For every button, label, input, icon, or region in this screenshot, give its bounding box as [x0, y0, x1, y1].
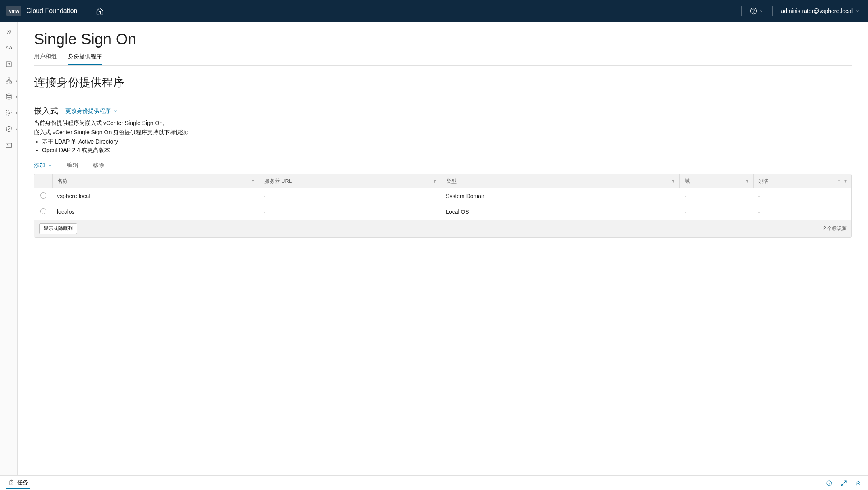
row-select-radio[interactable]	[40, 192, 46, 199]
sort-asc-icon[interactable]	[837, 179, 841, 183]
edit-button[interactable]: 编辑	[67, 162, 78, 169]
svg-point-9	[8, 112, 10, 114]
identity-sources-table: 名称 服务器 URL	[34, 174, 852, 238]
app-body: Single Sign On 用户和组 身份提供程序 连接身份提供程序 嵌入式 …	[0, 22, 868, 475]
sidebar-item-security[interactable]	[5, 125, 13, 133]
cell-type: System Domain	[441, 188, 679, 204]
tab-users-groups[interactable]: 用户和组	[34, 50, 57, 65]
row-count-label: 2 个标识源	[823, 225, 847, 232]
sidebar-item-storage[interactable]	[5, 93, 13, 100]
sidebar-item-dashboard[interactable]	[5, 44, 13, 52]
row-select-radio[interactable]	[40, 208, 46, 214]
app-header: vmw Cloud Foundation	[0, 0, 868, 22]
footer-tasks-label: 任务	[17, 479, 28, 486]
cell-alias: -	[753, 204, 851, 220]
footer-tasks-tab[interactable]: 任务	[6, 477, 30, 489]
col-name-label: 名称	[57, 178, 68, 184]
user-name: administrator@vsphere.local	[781, 8, 853, 14]
svg-rect-10	[6, 143, 12, 148]
gear-icon	[5, 109, 13, 116]
filter-icon[interactable]	[433, 179, 437, 183]
tab-identity-providers[interactable]: 身份提供程序	[68, 50, 102, 65]
hierarchy-icon	[5, 77, 13, 84]
cell-name: vsphere.local	[52, 188, 259, 204]
sidebar-item-inventory[interactable]	[5, 61, 13, 68]
clipboard-icon	[8, 479, 15, 486]
divider	[772, 6, 773, 16]
description-line-1: 当前身份提供程序为嵌入式 vCenter Single Sign On。	[34, 119, 852, 127]
col-name: 名称	[52, 174, 259, 188]
col-server-url: 服务器 URL	[259, 174, 441, 188]
table-toolbar: 添加 编辑 移除	[34, 162, 852, 169]
filter-icon[interactable]	[843, 179, 847, 183]
user-menu[interactable]: administrator@vsphere.local	[779, 6, 862, 16]
home-button[interactable]	[94, 5, 105, 17]
svg-rect-6	[6, 82, 8, 83]
svg-rect-3	[6, 62, 11, 67]
svg-point-4	[8, 63, 10, 65]
sidebar-item-dev[interactable]	[5, 142, 13, 149]
sidebar	[0, 22, 18, 475]
filter-icon[interactable]	[251, 179, 255, 183]
footer-collapse-button[interactable]	[855, 480, 862, 486]
product-name: Cloud Foundation	[26, 7, 77, 15]
help-menu[interactable]	[748, 5, 766, 17]
description-line-2: 嵌入式 vCenter Single Sign On 身份提供程序支持以下标识源…	[34, 128, 852, 137]
database-icon	[5, 93, 13, 100]
divider	[86, 6, 86, 16]
col-domain-label: 域	[685, 178, 690, 184]
change-identity-provider-link[interactable]: 更改身份提供程序	[65, 108, 118, 115]
svg-line-17	[844, 481, 846, 483]
supported-source-item: OpenLDAP 2.4 或更高版本	[42, 146, 852, 154]
shield-icon	[5, 125, 13, 133]
gauge-icon	[5, 44, 13, 52]
filter-icon[interactable]	[671, 179, 675, 183]
page-title: Single Sign On	[34, 31, 852, 48]
embedded-label: 嵌入式	[34, 106, 58, 116]
footer-right	[826, 480, 862, 486]
target-icon	[5, 61, 13, 68]
col-type-label: 类型	[446, 178, 457, 184]
column-toggle-button[interactable]: 显示或隐藏列	[39, 223, 77, 234]
table-row[interactable]: vsphere.local - System Domain - -	[34, 188, 851, 204]
add-label: 添加	[34, 162, 45, 169]
supported-source-item: 基于 LDAP 的 Active Directory	[42, 137, 852, 146]
expand-icon	[841, 480, 847, 486]
footer-expand-button[interactable]	[841, 480, 847, 486]
double-chevron-right-icon	[6, 28, 12, 35]
remove-button[interactable]: 移除	[93, 162, 104, 169]
sidebar-expand-toggle[interactable]	[5, 27, 13, 36]
chevron-down-icon	[48, 163, 53, 168]
home-icon	[96, 7, 104, 15]
col-server-url-label: 服务器 URL	[264, 178, 292, 184]
cell-alias: -	[753, 188, 851, 204]
add-button[interactable]: 添加	[34, 162, 53, 169]
table-row[interactable]: localos - Local OS - -	[34, 204, 851, 220]
help-icon	[750, 7, 758, 15]
sidebar-item-settings[interactable]	[5, 109, 13, 116]
cell-domain: -	[680, 204, 754, 220]
chevron-down-icon	[759, 8, 764, 13]
svg-rect-7	[10, 82, 12, 83]
chevron-down-icon	[855, 8, 860, 13]
main-content: Single Sign On 用户和组 身份提供程序 连接身份提供程序 嵌入式 …	[18, 22, 868, 475]
cell-name: localos	[52, 204, 259, 220]
sidebar-item-workloads[interactable]	[5, 77, 13, 84]
col-domain: 域	[680, 174, 754, 188]
svg-point-8	[6, 94, 11, 96]
svg-rect-5	[8, 78, 10, 79]
supported-sources-list: 基于 LDAP 的 Active Directory OpenLDAP 2.4 …	[34, 137, 852, 154]
page-tabs: 用户和组 身份提供程序	[34, 50, 852, 66]
cell-server-url: -	[259, 204, 441, 220]
col-alias: 别名	[753, 174, 851, 188]
chevron-down-icon	[113, 109, 118, 114]
svg-point-1	[753, 13, 754, 13]
app-footer: 任务	[0, 475, 868, 490]
divider	[741, 6, 742, 16]
col-select	[34, 174, 52, 188]
help-icon	[826, 480, 832, 486]
footer-help-button[interactable]	[826, 480, 832, 486]
svg-point-16	[829, 484, 829, 484]
filter-icon[interactable]	[745, 179, 749, 183]
col-type: 类型	[441, 174, 679, 188]
